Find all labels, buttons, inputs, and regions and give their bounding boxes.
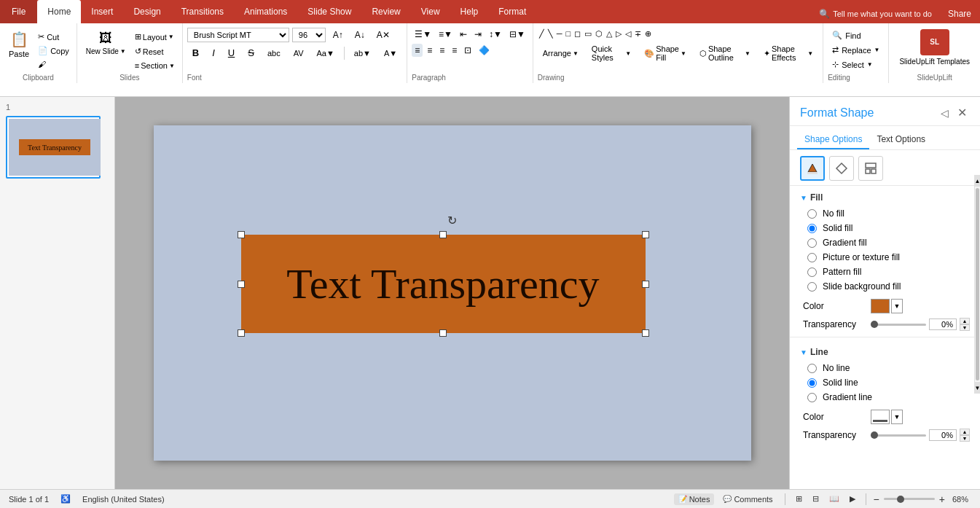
tab-text-options[interactable]: Text Options	[869, 130, 933, 149]
scroll-thumb[interactable]	[976, 188, 979, 380]
line-transparency-up[interactable]: ▲	[960, 429, 970, 435]
handle-mr[interactable]	[642, 281, 649, 288]
tab-animations[interactable]: Animations	[234, 0, 297, 23]
clear-format-button[interactable]: A✕	[372, 28, 394, 42]
gradient-line-option[interactable]: Gradient line	[807, 391, 970, 404]
shape-11[interactable]: ∓	[633, 28, 643, 40]
handle-tl[interactable]	[238, 231, 245, 238]
shape-outline-button[interactable]: ⬡Shape Outline▼	[694, 42, 756, 64]
tab-help[interactable]: Help	[450, 0, 489, 23]
line-transparency-down[interactable]: ▼	[960, 435, 970, 442]
new-slide-button[interactable]: 🖼 New Slide▼	[82, 28, 130, 58]
line-section-header[interactable]: ▼ Line	[800, 343, 970, 362]
numbered-list-button[interactable]: ≡▼	[436, 28, 455, 41]
panel-close-button[interactable]: ✕	[954, 104, 970, 121]
section-button[interactable]: ≡Section▼	[132, 60, 178, 71]
decrease-indent-button[interactable]: ⇤	[457, 28, 470, 41]
shape-fill-button[interactable]: 🎨Shape Fill▼	[639, 42, 691, 64]
shape-9[interactable]: ▷	[614, 28, 623, 40]
rotate-handle[interactable]: ↻	[445, 213, 460, 227]
line-transparency-value[interactable]	[929, 429, 957, 441]
slide-show-button[interactable]: ▶	[847, 493, 858, 505]
handle-ml[interactable]	[238, 281, 245, 288]
decrease-font-button[interactable]: A↓	[350, 28, 369, 42]
cut-button[interactable]: ✂Cut	[35, 31, 72, 43]
handle-br[interactable]	[642, 329, 649, 337]
share-button[interactable]: Share	[939, 4, 980, 23]
shape-6[interactable]: ▭	[583, 28, 593, 40]
quick-styles-button[interactable]: Quick Styles▼	[587, 42, 636, 64]
solid-line-option[interactable]: Solid line	[807, 376, 970, 389]
solid-fill-option[interactable]: Solid fill	[807, 222, 970, 235]
font-name-select[interactable]: Brush Script MT	[187, 28, 289, 42]
shape-8[interactable]: △	[605, 28, 614, 40]
transparency-down[interactable]: ▼	[960, 324, 970, 331]
layout-icon-button[interactable]	[858, 156, 883, 181]
comments-button[interactable]: 💬 Comments	[718, 493, 777, 505]
transparency-up[interactable]: ▲	[960, 318, 970, 324]
justify-button[interactable]: ≡	[449, 44, 460, 57]
tab-format[interactable]: Format	[488, 0, 536, 23]
char-spacing-button[interactable]: AV	[289, 47, 309, 60]
increase-indent-button[interactable]: ⇥	[471, 28, 485, 41]
tab-review[interactable]: Review	[361, 0, 410, 23]
smart-art-button[interactable]: 🔷	[476, 44, 493, 57]
handle-bm[interactable]	[439, 329, 447, 337]
bullet-list-button[interactable]: ☰▼	[412, 28, 434, 41]
shape-4[interactable]: □	[565, 28, 573, 40]
tab-slideshow[interactable]: Slide Show	[297, 0, 361, 23]
fill-icon-button[interactable]	[800, 156, 825, 181]
align-left-button[interactable]: ≡	[412, 44, 423, 57]
select-button[interactable]: ⊹Select▼	[828, 58, 884, 71]
fill-transparency-slider[interactable]	[871, 324, 926, 326]
increase-font-button[interactable]: A↑	[329, 28, 348, 42]
arrange-button[interactable]: Arrange▼	[538, 47, 584, 60]
no-line-option[interactable]: No line	[807, 362, 970, 375]
picture-fill-option[interactable]: Picture or texture fill	[807, 251, 970, 264]
reading-view-button[interactable]: 📖	[826, 493, 842, 505]
format-painter-button[interactable]: 🖌	[35, 58, 72, 70]
tab-shape-options[interactable]: Shape Options	[797, 130, 869, 149]
underline-button[interactable]: U	[223, 45, 240, 60]
tab-insert[interactable]: Insert	[81, 0, 123, 23]
find-button[interactable]: 🔍Find	[828, 29, 884, 42]
shape-effects-button[interactable]: ✦Shape Effects▼	[758, 42, 818, 64]
fill-section-header[interactable]: ▼ Fill	[800, 189, 970, 207]
shape-1[interactable]: ╱	[538, 28, 546, 40]
handle-tr[interactable]	[642, 231, 649, 238]
slideuplift-button[interactable]: SL SlideUpLift Templates	[896, 26, 973, 69]
font-size-select[interactable]: 96	[292, 28, 326, 42]
highlight-color-button[interactable]: ab▼	[349, 47, 376, 60]
tab-file[interactable]: File	[0, 0, 37, 23]
shape-3[interactable]: ─	[555, 28, 564, 40]
tab-home[interactable]: Home	[37, 0, 81, 23]
line-transparency-slider[interactable]	[871, 434, 926, 437]
paste-button[interactable]: 📋 Paste	[4, 28, 34, 61]
notes-button[interactable]: 📝 Notes	[674, 493, 715, 505]
scroll-up-button[interactable]: ▲	[975, 175, 980, 187]
line-spacing-button[interactable]: ↕▼	[486, 28, 505, 41]
zoom-out-button[interactable]: −	[874, 494, 879, 504]
shape-10[interactable]: ◁	[624, 28, 632, 40]
scroll-down-button[interactable]: ▼	[975, 382, 980, 394]
columns-button[interactable]: ⊟▼	[506, 28, 528, 41]
tab-design[interactable]: Design	[123, 0, 170, 23]
strikethrough-button[interactable]: S	[243, 45, 259, 60]
gradient-fill-option[interactable]: Gradient fill	[807, 236, 970, 249]
layout-button[interactable]: ⊞Layout▼	[132, 31, 178, 43]
line-color-dropdown[interactable]: ▼	[891, 410, 903, 424]
tab-view[interactable]: View	[411, 0, 450, 23]
slide-thumbnail[interactable]: Text Transparency	[6, 116, 101, 179]
replace-button[interactable]: ⇄Replace▼	[828, 44, 884, 56]
zoom-slider[interactable]	[884, 498, 935, 500]
size-icon-button[interactable]	[829, 156, 854, 181]
copy-button[interactable]: 📄Copy	[35, 44, 72, 57]
slide-bg-fill-option[interactable]: Slide background fill	[807, 280, 970, 293]
zoom-in-button[interactable]: +	[939, 494, 945, 504]
shape-5[interactable]: ◻	[573, 28, 582, 40]
tab-transitions[interactable]: Transitions	[171, 0, 234, 23]
align-right-button[interactable]: ≡	[436, 44, 447, 57]
panel-back-button[interactable]: ◁	[938, 106, 952, 120]
text-box[interactable]: Text Transparency	[241, 235, 646, 333]
no-fill-option[interactable]: No fill	[807, 207, 970, 220]
